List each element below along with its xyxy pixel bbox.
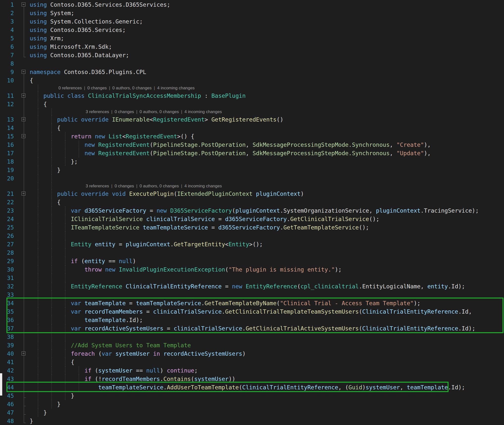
line-number: [0, 85, 18, 92]
line-number: 15: [0, 132, 18, 141]
codelens-segment[interactable]: 0 changes: [87, 86, 107, 90]
code-editor[interactable]: 1−using Contoso.D365.Services.D365Servic…: [0, 0, 504, 425]
code-line-content[interactable]: new RegisteredEvent(PipelineStage.PostOp…: [30, 149, 504, 157]
code-line-content[interactable]: {: [30, 124, 504, 132]
fold-collapse-icon[interactable]: −: [22, 2, 25, 6]
code-line-content[interactable]: return new List<RegisteredEvent>() {: [30, 132, 504, 141]
scope-end-hook: [24, 423, 26, 423]
code-line-content[interactable]: public class ClinicalTrialSyncAccessMemb…: [30, 92, 504, 100]
codelens-segment[interactable]: 0 authors, 0 changes: [140, 184, 179, 188]
code-line-content[interactable]: [30, 249, 504, 257]
code-line-content[interactable]: }: [30, 408, 504, 417]
code-line-content[interactable]: //Add System Users to Team Template: [30, 341, 504, 350]
code-line-content[interactable]: using Contoso.D365.Services.D365Services…: [30, 0, 504, 9]
code-line-content[interactable]: if (systemUser == null) continue;: [30, 366, 504, 375]
indent-guide: [38, 100, 38, 108]
code-line-content[interactable]: public override void ExecutePlugin(IExte…: [30, 190, 504, 198]
code-line-content[interactable]: using Xrm;: [30, 34, 504, 43]
code-line-content[interactable]: foreach (var systemUser in recordActiveS…: [30, 350, 504, 358]
code-line: 10{: [0, 76, 504, 85]
indent-guide: [38, 232, 38, 240]
fold-collapse-icon[interactable]: −: [22, 351, 25, 355]
indent-guide: [51, 115, 52, 124]
fold-collapse-icon[interactable]: −: [22, 192, 25, 196]
outline-margin: [18, 392, 30, 400]
code-line-content[interactable]: using Contoso.D365.DataLayer;: [30, 51, 504, 59]
code-line-content[interactable]: }: [30, 166, 504, 174]
code-line-content[interactable]: }: [30, 417, 504, 425]
fold-collapse-icon[interactable]: −: [22, 117, 25, 121]
code-line-content[interactable]: ITeamTemplateService teamTemplateService…: [30, 223, 504, 232]
codelens-segment[interactable]: 3 references: [86, 184, 109, 188]
indent-guide: [51, 282, 52, 291]
codelens-segment[interactable]: 0 changes: [115, 109, 134, 114]
indent-guide: [38, 132, 38, 141]
code-line-content[interactable]: EntityReference ClinicalTrialEntityRefer…: [30, 282, 504, 291]
outline-margin: −: [18, 350, 30, 358]
scope-end-hook: [24, 406, 26, 406]
code-line-content[interactable]: IClinicalTrialService clinicalTrialServi…: [30, 215, 504, 223]
code-line-content[interactable]: new RegisteredEvent(PipelineStage.PostOp…: [30, 141, 504, 149]
code-line: 47 }: [0, 408, 504, 417]
code-line: 38: [0, 333, 504, 341]
codelens-segment[interactable]: 0 authors, 0 changes: [140, 109, 179, 114]
indent-guide: [79, 141, 79, 149]
code-line-content[interactable]: [30, 274, 504, 282]
codelens-segment[interactable]: 4 incoming changes: [184, 109, 222, 114]
code-line-content[interactable]: throw new InvalidPluginExecutionExceptio…: [30, 265, 504, 274]
fold-collapse-icon[interactable]: −: [22, 94, 25, 98]
code-line-content[interactable]: };: [30, 157, 504, 166]
indent-guide: [38, 174, 38, 183]
line-number: 17: [0, 149, 18, 157]
left-margin-artifact: [0, 373, 2, 396]
indent-guide: [51, 341, 52, 350]
code-line-content[interactable]: using Contoso.D365.Services;: [30, 26, 504, 34]
indent-guide: [51, 232, 52, 240]
codelens-segment[interactable]: 0 changes: [115, 184, 134, 188]
code-line-content[interactable]: }: [30, 400, 504, 408]
code-line-content[interactable]: {: [30, 100, 504, 108]
code-line-content[interactable]: if (entity == null): [30, 257, 504, 265]
code-line-content[interactable]: using System;: [30, 9, 504, 17]
indent-guide: [38, 282, 38, 291]
code-line-content[interactable]: [30, 232, 504, 240]
code-line-content[interactable]: [30, 174, 504, 183]
indent-guide: [65, 206, 65, 215]
outline-margin: [18, 333, 30, 341]
codelens-segment[interactable]: 3 references: [86, 109, 109, 114]
indent-guide: [38, 92, 38, 100]
codelens-segment[interactable]: 4 incoming changes: [157, 86, 195, 90]
code-line-content[interactable]: }: [30, 392, 504, 400]
codelens-segment[interactable]: 0 authors, 0 changes: [112, 86, 152, 90]
codelens-separator: |: [109, 184, 115, 188]
indent-guide: [38, 157, 38, 166]
fold-collapse-icon[interactable]: −: [22, 134, 25, 138]
code-line-content[interactable]: var d365ServiceFactory = new D365Service…: [30, 206, 504, 215]
code-line-content[interactable]: {: [30, 198, 504, 206]
indent-guide: [65, 282, 65, 291]
code-line-content[interactable]: using System.Collections.Generic;: [30, 17, 504, 26]
code-line-content[interactable]: public override IEnumerable<RegisteredEv…: [30, 115, 504, 124]
outline-margin: [18, 366, 30, 375]
outline-margin: [18, 417, 30, 425]
indent-guide: [38, 366, 38, 375]
code-line-content[interactable]: namespace Contoso.D365.Plugins.CPL: [30, 68, 504, 76]
codelens-segment[interactable]: 0 references: [58, 86, 82, 90]
line-number: 42: [0, 366, 18, 375]
codelens-segment[interactable]: 4 incoming changes: [184, 184, 222, 188]
code-line-content[interactable]: {: [30, 76, 504, 85]
code-line-content[interactable]: [30, 333, 504, 341]
code-line-content[interactable]: using Microsoft.Xrm.Sdk;: [30, 43, 504, 51]
code-line: 40− foreach (var systemUser in recordAct…: [0, 350, 504, 358]
indent-guide: [51, 350, 52, 358]
codelens-separator: |: [134, 109, 139, 114]
codelens-row: 3 references|0 changes|0 authors, 0 chan…: [0, 183, 504, 190]
fold-collapse-icon[interactable]: −: [22, 70, 25, 74]
code-line: 3using System.Collections.Generic;: [0, 17, 504, 26]
code-line-content[interactable]: Entity entity = pluginContext.GetTargetE…: [30, 240, 504, 249]
line-number: 23: [0, 206, 18, 215]
code-line-content[interactable]: [30, 59, 504, 68]
code-line-content[interactable]: {: [30, 358, 504, 366]
line-number: [0, 108, 18, 115]
outline-margin: [18, 124, 30, 132]
